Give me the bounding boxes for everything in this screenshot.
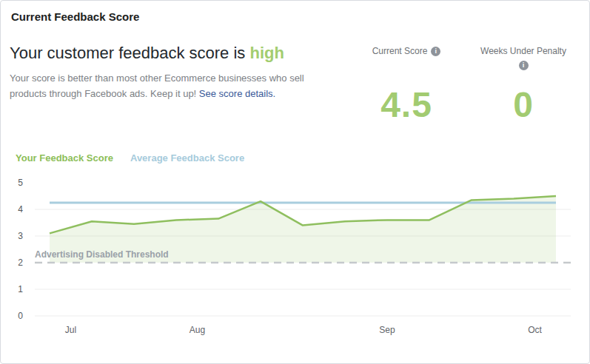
- description: Your score is better than most other Eco…: [10, 70, 341, 101]
- current-score-label: Current Score: [372, 46, 428, 57]
- feedback-score-card: Current Feedback Score Your customer fee…: [0, 0, 590, 364]
- legend-average-feedback-score[interactable]: Average Feedback Score: [130, 152, 244, 164]
- current-score-label-row: Current Score: [372, 46, 441, 57]
- threshold-label: Advertising Disabled Threshold: [35, 249, 169, 260]
- see-score-details-link[interactable]: See score details.: [199, 88, 275, 99]
- card-title: Current Feedback Score: [1, 1, 589, 24]
- info-icon[interactable]: [519, 61, 529, 70]
- score-status: high: [249, 44, 284, 62]
- y-axis-tick: 5: [18, 178, 23, 188]
- headline-text: Your customer feedback score is: [10, 44, 249, 62]
- header-row: Your customer feedback score is high You…: [1, 24, 589, 123]
- info-icon[interactable]: [431, 47, 440, 56]
- x-axis-tick: Oct: [528, 325, 542, 335]
- y-axis-tick: 4: [18, 204, 23, 215]
- current-score-stat: Current Score 4.5: [358, 46, 455, 123]
- weeks-under-penalty-stat: Weeks Under Penalty 0: [475, 46, 571, 123]
- legend-your-feedback-score[interactable]: Your Feedback Score: [16, 152, 113, 164]
- headline: Your customer feedback score is high: [10, 43, 341, 64]
- current-score-value: 4.5: [381, 87, 432, 123]
- headline-block: Your customer feedback score is high You…: [10, 43, 341, 123]
- y-axis-tick: 3: [18, 231, 23, 241]
- penalty-label: Weeks Under Penalty: [480, 46, 566, 57]
- y-axis-tick: 0: [18, 311, 23, 321]
- penalty-label-row: Weeks Under Penalty: [475, 46, 571, 70]
- chart-legend: Your Feedback Score Average Feedback Sco…: [16, 152, 244, 164]
- y-axis-tick: 2: [18, 257, 23, 268]
- chart-area: 543210Advertising Disabled ThresholdJulA…: [1, 175, 589, 363]
- feedback-line-chart: 543210Advertising Disabled ThresholdJulA…: [1, 175, 589, 363]
- x-axis-tick: Aug: [190, 325, 205, 335]
- stats-row: Current Score 4.5 Weeks Under Penalty 0: [358, 43, 580, 123]
- y-axis-tick: 1: [18, 284, 23, 294]
- x-axis-tick: Sep: [379, 325, 395, 335]
- x-axis-tick: Jul: [65, 325, 76, 335]
- penalty-value: 0: [513, 87, 534, 123]
